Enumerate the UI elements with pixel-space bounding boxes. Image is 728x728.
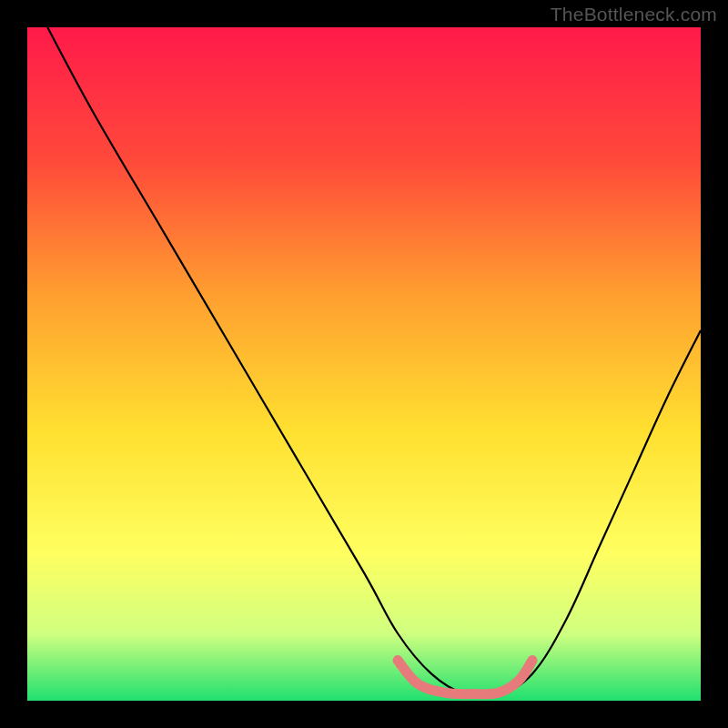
gradient-background xyxy=(27,27,701,701)
chart-svg xyxy=(27,27,701,701)
watermark-text: TheBottleneck.com xyxy=(551,4,717,25)
plot-area xyxy=(27,27,701,701)
